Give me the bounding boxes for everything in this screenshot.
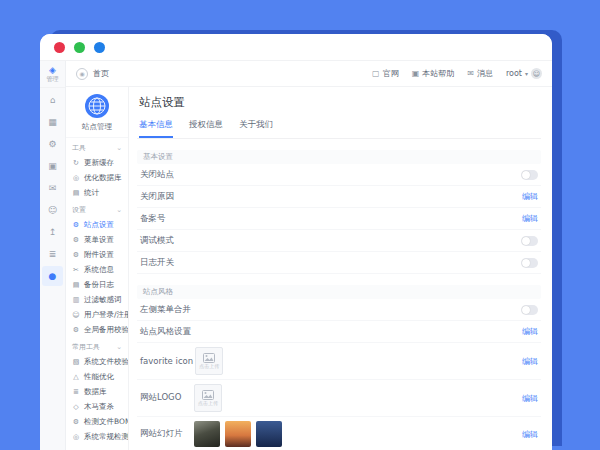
sidebar-item-site-settings[interactable]: ⚙ 站点设置	[66, 217, 128, 232]
gear-icon: ⚙	[72, 418, 80, 426]
globe-icon	[84, 93, 110, 119]
rail-site-management[interactable]: ●	[42, 266, 63, 286]
form-row-slideshow: 网站幻灯片 编辑	[137, 417, 541, 450]
sidebar-section-tools[interactable]: 工具 ⌄	[66, 141, 128, 155]
topbar-messages-link[interactable]: ✉ 消息	[467, 68, 493, 79]
form-row-close-site: 关闭站点	[137, 164, 541, 186]
sidebar-item-file-check[interactable]: ▧ 系统文件校验	[66, 354, 128, 369]
sidebar-item-system-info[interactable]: ✂ 系统信息	[66, 262, 128, 277]
form-row-style-settings: 站点风格设置 编辑	[137, 321, 541, 343]
refresh-icon: ↻	[72, 159, 80, 167]
edit-favicon-link[interactable]: 编辑	[522, 356, 538, 367]
tab-about-us[interactable]: 关于我们	[239, 115, 273, 138]
form-row-close-reason: 关闭原因 编辑	[137, 186, 541, 208]
sidebar-item-system-check[interactable]: ◎ 系统常规检测	[66, 429, 128, 444]
slideshow-thumbnails	[194, 421, 282, 447]
close-site-toggle[interactable]	[521, 170, 538, 180]
sidebar-item-trojan-scan[interactable]: ◇ 木马查杀	[66, 399, 128, 414]
user-menu[interactable]: root ▾ ☺	[506, 68, 542, 79]
image-icon	[202, 390, 214, 400]
log-icon: ▤	[72, 281, 80, 289]
tab-license-info[interactable]: 授权信息	[189, 115, 223, 138]
sidebar-item-global-check[interactable]: ⚙ 全局备用校验	[66, 322, 128, 337]
rail-database[interactable]: ≣	[42, 244, 63, 264]
gear-icon: ⚙	[48, 139, 56, 149]
sidebar-item-backup-log[interactable]: ▤ 备份日志	[66, 277, 128, 292]
minimize-window-button[interactable]	[74, 42, 85, 53]
rail-modules[interactable]: ▣	[42, 156, 63, 176]
topbar-home-link[interactable]: 首页	[93, 68, 109, 79]
rail-settings[interactable]: ⚙	[42, 134, 63, 154]
apps-icon: ▦	[48, 117, 57, 127]
sidebar-item-update-cache[interactable]: ↻ 更新缓存	[66, 155, 128, 170]
edit-close-reason-link[interactable]: 编辑	[522, 191, 538, 202]
window-titlebar	[40, 34, 552, 60]
rail-apps[interactable]: ▦	[42, 112, 63, 132]
sidebar-item-performance[interactable]: △ 性能优化	[66, 369, 128, 384]
database-icon: ≣	[49, 249, 57, 259]
sidebar-item-optimize-db[interactable]: ◎ 优化数据库	[66, 170, 128, 185]
app-logo: ◈ 管理	[40, 61, 65, 88]
site-icon: ●	[49, 271, 57, 281]
sidebar-section-common-tools[interactable]: 常用工具 ⌄	[66, 340, 128, 354]
form-row-log-switch: 日志开关	[137, 252, 541, 274]
debug-mode-toggle[interactable]	[521, 236, 538, 246]
users-icon: ☺	[48, 205, 57, 215]
site-avatar-icon: ◉	[76, 68, 88, 80]
chevron-down-icon: ⌄	[116, 144, 122, 152]
user-icon: ☺	[72, 311, 80, 319]
logo-upload[interactable]: 点击上传	[194, 384, 222, 412]
bell-icon: ✉	[467, 69, 474, 78]
folder-icon: ▧	[72, 358, 80, 366]
performance-icon: △	[72, 373, 80, 381]
chevron-down-icon: ▾	[525, 70, 528, 77]
form-row-icp-number: 备案号 编辑	[137, 208, 541, 230]
form-row-menu-merge: 左侧菜单合并	[137, 299, 541, 321]
slideshow-thumb-1[interactable]	[194, 421, 220, 447]
rail-upload[interactable]: ↥	[42, 222, 63, 242]
gear-icon: ⚙	[72, 251, 80, 259]
menu-merge-toggle[interactable]	[521, 305, 538, 315]
filter-icon: ▥	[72, 296, 80, 304]
slideshow-thumb-2[interactable]	[225, 421, 251, 447]
tools-icon: ✂	[72, 266, 80, 274]
user-avatar: ☺	[531, 68, 542, 79]
rail-messages[interactable]: ✉	[42, 178, 63, 198]
form-row-debug-mode: 调试模式	[137, 230, 541, 252]
rail-home[interactable]: ⌂	[42, 90, 63, 110]
section-header-style: 站点风格	[137, 285, 541, 299]
logo-label: 管理	[47, 75, 59, 82]
zoom-window-button[interactable]	[94, 42, 105, 53]
help-icon: ▣	[412, 69, 420, 78]
logo-icon: ◈	[49, 66, 56, 75]
sidebar-item-user-login-register[interactable]: ☺ 用户登录/注册…	[66, 307, 128, 322]
tab-bar: 基本信息 授权信息 关于我们	[137, 115, 541, 139]
close-window-button[interactable]	[54, 42, 65, 53]
topbar-help-link[interactable]: ▣ 本站帮助	[412, 68, 455, 79]
edit-slideshow-link[interactable]: 编辑	[522, 429, 538, 440]
sidebar-item-database[interactable]: ≣ 数据库	[66, 384, 128, 399]
sidebar-section-settings[interactable]: 设置 ⌄	[66, 203, 128, 217]
sidebar-item-menu-settings[interactable]: ⚙ 菜单设置	[66, 232, 128, 247]
sidebar-item-sensitive-words[interactable]: ▥ 过滤敏感词	[66, 292, 128, 307]
topbar-official-site-link[interactable]: ▢ 官网	[372, 68, 399, 79]
sidebar-item-bom-check[interactable]: ⚙ 检测文件BOM	[66, 414, 128, 429]
upload-icon: ↥	[49, 227, 57, 237]
form-row-logo: 网站LOGO 点击上传 编辑	[137, 380, 541, 417]
edit-style-link[interactable]: 编辑	[522, 326, 538, 337]
sidebar-item-statistics[interactable]: ▤ 统计	[66, 185, 128, 200]
check-icon: ◎	[72, 433, 80, 441]
rail-users[interactable]: ☺	[42, 200, 63, 220]
favicon-upload[interactable]: 点击上传	[195, 347, 223, 375]
monitor-icon: ▢	[372, 69, 380, 78]
sidebar-item-attachment-settings[interactable]: ⚙ 附件设置	[66, 247, 128, 262]
database-icon: ≣	[72, 388, 80, 396]
section-header-basic: 基本设置	[137, 150, 541, 164]
chevron-down-icon: ⌄	[116, 343, 122, 351]
modules-icon: ▣	[48, 161, 57, 171]
slideshow-thumb-3[interactable]	[256, 421, 282, 447]
tab-basic-info[interactable]: 基本信息	[139, 115, 173, 138]
log-switch-toggle[interactable]	[521, 258, 538, 268]
edit-logo-link[interactable]: 编辑	[522, 393, 538, 404]
edit-icp-link[interactable]: 编辑	[522, 213, 538, 224]
